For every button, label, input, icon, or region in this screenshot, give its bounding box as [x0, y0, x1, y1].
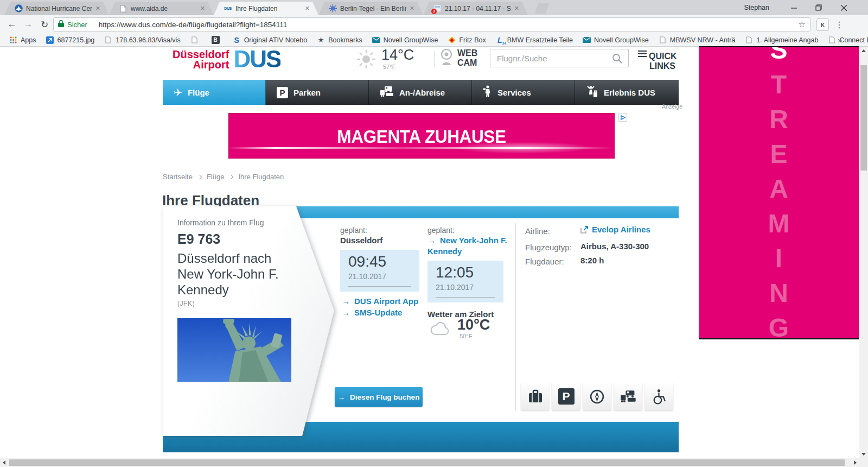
- horizontal-scrollbar[interactable]: [0, 458, 859, 467]
- bookmark-apps[interactable]: Apps: [4, 34, 41, 46]
- star-icon: [317, 36, 325, 44]
- flight-search-input[interactable]: [490, 49, 629, 67]
- nav-tab-an-abreise[interactable]: An-/Abreise: [369, 80, 472, 105]
- streaming-ad-banner[interactable]: S T R E A M I N G: [699, 46, 859, 339]
- arrival-label: geplant:: [427, 226, 455, 235]
- scroll-up-icon[interactable]: [861, 49, 866, 52]
- tab-close-icon[interactable]: ✕: [409, 5, 416, 12]
- bookmarks-overflow-icon[interactable]: [838, 36, 842, 45]
- browser-tab-active[interactable]: Ihre Flugdaten ✕: [214, 2, 318, 15]
- bookmark-item[interactable]: Original ATIV Notebo: [228, 34, 312, 46]
- logo-wordmark: Düsseldorf Airport: [173, 48, 229, 71]
- banner-letter: A: [769, 172, 788, 206]
- s-letter-icon: [233, 36, 241, 44]
- airport-code: (JFK): [177, 299, 195, 307]
- browser-tab-1[interactable]: National Hurricane Cente ✕: [4, 2, 109, 15]
- reload-button[interactable]: [37, 17, 52, 32]
- route-text: New York-John F.: [177, 267, 279, 282]
- nav-tab-erlebnis-dus[interactable]: Erlebnis DUS: [575, 80, 679, 105]
- window-close-button[interactable]: [832, 0, 855, 15]
- parking-tile[interactable]: [552, 382, 580, 411]
- banner-letter: S: [770, 46, 787, 67]
- route-text: Kennedy: [177, 282, 229, 298]
- adchoices-icon[interactable]: [618, 113, 627, 122]
- arrival-time: 12:05: [436, 264, 474, 281]
- new-tab-button[interactable]: [535, 3, 549, 14]
- airline-link[interactable]: Evelop Airlines: [580, 225, 650, 234]
- banner-letter: R: [769, 102, 788, 137]
- browser-toolbar: Sicher https://www.dus.com/de-de/flüge/f…: [0, 15, 868, 34]
- breadcrumb-fluege[interactable]: Flüge: [207, 173, 225, 181]
- transport-tile[interactable]: [614, 382, 642, 411]
- divider: [436, 297, 495, 298]
- vertical-scrollbar-thumb[interactable]: [860, 65, 867, 171]
- nav-tab-services[interactable]: Services: [472, 80, 575, 105]
- bookmark-item[interactable]: [186, 34, 207, 46]
- window-restore-button[interactable]: [807, 0, 830, 15]
- bookmark-item[interactable]: BMW Ersatzteile Teile: [491, 34, 578, 46]
- calendar-favicon-icon: 3: [433, 4, 442, 13]
- browser-tab-5[interactable]: 3 21.10.17 - 04.11.17 - Seit ✕: [423, 2, 528, 15]
- main-navigation: Flüge Parken An-/Abreise Services Erlebn…: [163, 80, 679, 105]
- bookmark-item[interactable]: 178.63.96.83/Visa/vis: [99, 34, 185, 46]
- dus-airport-logo[interactable]: Düsseldorf Airport DUS: [173, 48, 280, 71]
- window-minimize-button[interactable]: [782, 0, 805, 15]
- scroll-down-icon[interactable]: [861, 453, 866, 456]
- bookmark-label: 6877215.jpg: [58, 36, 95, 44]
- nav-tab-parken[interactable]: Parken: [266, 80, 369, 105]
- orientation-tile[interactable]: [583, 382, 611, 411]
- browser-tab-2[interactable]: www.aida.de ✕: [109, 2, 214, 15]
- browser-titlebar: National Hurricane Cente ✕ www.aida.de ✕…: [0, 0, 868, 15]
- parking-icon: [558, 388, 575, 405]
- forward-button[interactable]: [21, 17, 36, 32]
- tab-title: Ihre Flugdaten: [235, 5, 302, 12]
- vertical-scrollbar[interactable]: [859, 47, 868, 458]
- airline-label: Airline:: [525, 226, 550, 236]
- tab-close-icon[interactable]: ✕: [199, 5, 206, 12]
- bookmark-label: 178.63.96.83/Visa/vis: [116, 36, 180, 44]
- horizontal-scrollbar-thumb[interactable]: [9, 459, 845, 466]
- arrival-city-link[interactable]: New York-John F.: [427, 236, 507, 245]
- dus-airport-app-link[interactable]: DUS Airport App: [342, 296, 418, 306]
- sms-update-link[interactable]: SMS-Update: [342, 308, 402, 317]
- ad-banner[interactable]: MAGENTA ZUHAUSE: [228, 113, 615, 159]
- tab-title: www.aida.de: [131, 5, 197, 12]
- accessibility-tile[interactable]: [644, 382, 673, 411]
- bookmark-item[interactable]: 6877215.jpg: [41, 34, 100, 46]
- bookmark-item[interactable]: Novell GroupWise: [367, 34, 443, 46]
- breadcrumb-startseite[interactable]: Startseite: [163, 173, 193, 181]
- luggage-tile[interactable]: [521, 382, 550, 411]
- address-bar[interactable]: Sicher https://www.dus.com/de-de/flüge/f…: [53, 17, 810, 31]
- webcam-link[interactable]: WEB CAM: [457, 48, 477, 68]
- bookmark-item[interactable]: 1. Allgemeine Angab: [740, 34, 823, 46]
- arrival-city-link[interactable]: Kennedy: [427, 247, 462, 256]
- scroll-right-icon[interactable]: [854, 460, 857, 465]
- browser-profile-name[interactable]: Stephan: [744, 4, 769, 11]
- book-flight-button[interactable]: Diesen Flug buchen: [335, 387, 423, 407]
- bookmark-item[interactable]: [207, 34, 228, 46]
- tab-close-icon[interactable]: ✕: [304, 5, 311, 12]
- compass-icon: [589, 389, 605, 405]
- route-text: Düsseldorf nach: [177, 251, 271, 266]
- tab-close-icon[interactable]: ✕: [94, 5, 101, 12]
- bookmark-item[interactable]: Fritz Box: [443, 34, 490, 46]
- quick-links-button[interactable]: QUICK LINKS: [638, 49, 688, 71]
- browser-menu-icon[interactable]: [832, 17, 846, 31]
- bookmark-item[interactable]: MBWSV NRW - Anträ: [654, 34, 741, 46]
- envelope-icon: [583, 36, 591, 44]
- bookmark-item[interactable]: Connect Box: [823, 34, 868, 46]
- external-link-icon: [580, 226, 588, 234]
- bookmark-folder[interactable]: Bookmarks: [312, 34, 367, 46]
- back-button[interactable]: [4, 17, 20, 32]
- tab-close-icon[interactable]: ✕: [513, 5, 520, 12]
- search-icon[interactable]: [612, 53, 622, 66]
- bookmark-item[interactable]: Novell GroupWise: [578, 34, 654, 46]
- bookmark-star-icon[interactable]: [799, 20, 806, 29]
- chevron-right-icon: [197, 174, 202, 179]
- suitcase-icon: [527, 389, 544, 403]
- bookmark-label: MBWSV NRW - Anträ: [670, 36, 736, 44]
- browser-tab-4[interactable]: Berlin-Tegel - Ein Berliner ✕: [318, 2, 423, 15]
- scroll-left-icon[interactable]: [3, 460, 5, 465]
- nav-tab-fluege[interactable]: Flüge: [163, 80, 266, 105]
- extension-icon[interactable]: K: [816, 18, 829, 31]
